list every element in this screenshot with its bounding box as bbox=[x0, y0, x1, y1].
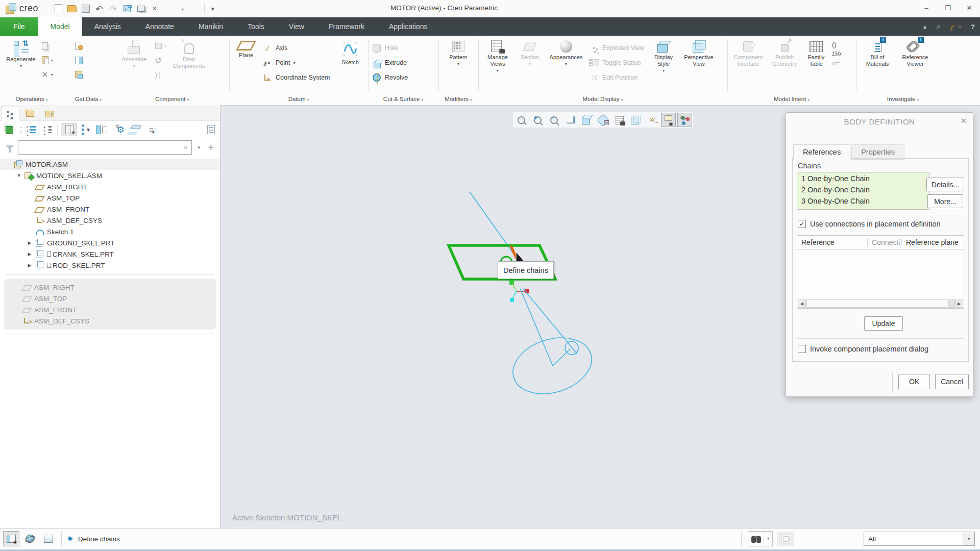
tree-row[interactable]: ASM_TOP bbox=[0, 192, 220, 204]
tree-item-label: Sketch 1 bbox=[47, 228, 74, 236]
reference-table-header: Reference Connecti Reference plane bbox=[797, 236, 964, 249]
filter-funnel-icon[interactable] bbox=[4, 141, 15, 154]
tree-select-icon[interactable] bbox=[145, 123, 157, 136]
ghost-item-label: ASM_FRONT bbox=[34, 306, 77, 314]
invoke-placement-checkbox[interactable] bbox=[798, 345, 806, 353]
repaint-icon[interactable] bbox=[563, 113, 578, 127]
horizontal-scrollbar[interactable]: ◀ ▶ bbox=[798, 299, 963, 308]
tree-search-input[interactable] bbox=[18, 142, 180, 153]
dialog-close-icon[interactable]: ✕ bbox=[960, 116, 967, 126]
tree-filters-icon[interactable] bbox=[80, 123, 92, 136]
details-button[interactable]: Details... bbox=[926, 178, 964, 191]
tree-row[interactable]: ▼ MOTION_SKEL.ASM bbox=[0, 170, 220, 181]
ghost-row[interactable]: ASM_RIGHT bbox=[4, 282, 216, 293]
col-reference-plane[interactable]: Reference plane bbox=[902, 238, 964, 246]
use-connections-checkbox[interactable]: ✓ bbox=[798, 220, 806, 228]
display-style-icon[interactable] bbox=[579, 113, 594, 127]
tab-references[interactable]: References bbox=[793, 144, 850, 160]
col-reference[interactable]: Reference bbox=[797, 238, 868, 246]
col-connection[interactable]: Connecti bbox=[868, 238, 902, 246]
add-filter-icon[interactable]: + bbox=[206, 142, 216, 154]
part-icon bbox=[35, 239, 44, 247]
tree-item-label: MOTOR.ASM bbox=[26, 161, 68, 168]
chains-list: 1 One-by-One Chain2 One-by-One Chain3 On… bbox=[797, 172, 929, 210]
body-marker-icon bbox=[47, 252, 51, 257]
tree-row[interactable]: ▶ ROD_SKEL.PRT bbox=[0, 260, 220, 271]
column-display-icon[interactable] bbox=[95, 123, 108, 136]
ghost-row[interactable]: ASM_TOP bbox=[4, 293, 216, 304]
in-graphics-toolbar bbox=[513, 112, 693, 128]
expand-levels-icon[interactable] bbox=[27, 123, 39, 136]
overflow-dots-icon[interactable] bbox=[18, 123, 23, 136]
scrollbar-thumb[interactable] bbox=[806, 299, 947, 308]
chain-item[interactable]: 3 One-by-One Chain bbox=[797, 195, 929, 207]
button-divider bbox=[892, 372, 893, 392]
folder-browser-tab[interactable] bbox=[21, 107, 39, 121]
tab-properties[interactable]: Properties bbox=[851, 144, 904, 160]
body-marker-icon bbox=[47, 263, 51, 268]
clear-search-icon[interactable]: × bbox=[180, 143, 191, 152]
scroll-left-icon[interactable]: ◀ bbox=[798, 299, 806, 308]
settings-gear-icon[interactable] bbox=[114, 123, 127, 136]
scroll-right-icon[interactable]: ▶ bbox=[955, 299, 963, 308]
tree-options-icon[interactable] bbox=[205, 123, 217, 136]
tree-columns-icon[interactable] bbox=[61, 123, 77, 136]
favorites-icon bbox=[43, 108, 56, 120]
collapse-levels-icon[interactable] bbox=[42, 123, 54, 136]
chain-item[interactable]: 1 One-by-One Chain bbox=[797, 173, 929, 184]
tree-row[interactable]: ASM_FRONT bbox=[0, 204, 220, 215]
tree-item-label: ASM_RIGHT bbox=[47, 183, 87, 191]
chain-item[interactable]: 2 One-by-One Chain bbox=[797, 184, 929, 195]
part-icon bbox=[35, 250, 44, 258]
find-caret-icon[interactable]: ▾ bbox=[764, 532, 772, 546]
find-binoculars-icon[interactable] bbox=[748, 532, 764, 545]
update-button[interactable]: Update bbox=[864, 316, 903, 331]
annotation-display-icon[interactable] bbox=[661, 113, 676, 127]
datum-plane-icon bbox=[35, 205, 44, 213]
favorites-tab[interactable] bbox=[41, 107, 58, 121]
use-connections-row: ✓ Use connections in placement definitio… bbox=[798, 220, 941, 228]
tree-toolbar bbox=[0, 121, 220, 138]
layers-icon[interactable] bbox=[130, 123, 142, 136]
ghost-row[interactable]: ASM_FRONT bbox=[4, 304, 216, 315]
cancel-button[interactable]: Cancel bbox=[935, 374, 969, 389]
tree-row[interactable]: ▶ CRANK_SKEL.PRT bbox=[0, 248, 220, 260]
dialog-tabs: References Properties bbox=[793, 144, 905, 160]
placement-folder: ASM_RIGHT ASM_TOP ASM_FRONT A bbox=[4, 279, 216, 330]
saved-orientations-icon[interactable] bbox=[596, 113, 610, 127]
toggle-navigator-icon[interactable] bbox=[3, 531, 19, 546]
zoom-out-icon[interactable] bbox=[547, 113, 561, 127]
model-tree-tab[interactable] bbox=[1, 107, 19, 121]
tree-row[interactable]: MOTOR.ASM bbox=[0, 159, 220, 170]
invoke-row: Invoke component placement dialog bbox=[798, 345, 928, 353]
select-box-icon[interactable] bbox=[777, 532, 794, 546]
section-divider bbox=[797, 338, 964, 339]
spin-center-icon[interactable] bbox=[677, 113, 692, 127]
tree-row[interactable]: Sketch 1 bbox=[0, 226, 220, 237]
active-model-icon[interactable] bbox=[3, 123, 15, 136]
perspective-icon[interactable] bbox=[628, 113, 643, 127]
ghost-item-label: ASM_DEF_CSYS bbox=[34, 317, 89, 325]
status-bar: Define chains ▾ All ▾ bbox=[0, 528, 980, 551]
datum-plane-icon bbox=[35, 194, 44, 202]
tree-row[interactable]: ASM_DEF_CSYS bbox=[0, 215, 220, 226]
datum-display-icon[interactable] bbox=[645, 113, 659, 127]
selection-filter-caret-icon[interactable]: ▾ bbox=[963, 532, 974, 545]
navigator-panel: × ▾ + MOTOR.ASM bbox=[0, 105, 220, 528]
zoom-fit-icon[interactable] bbox=[514, 113, 529, 127]
tree-item-label: ASM_FRONT bbox=[47, 206, 89, 213]
part-icon bbox=[35, 261, 44, 269]
search-options-caret-icon[interactable]: ▾ bbox=[194, 141, 203, 154]
more-button[interactable]: More... bbox=[927, 194, 963, 208]
full-screen-icon[interactable] bbox=[41, 532, 56, 546]
tree-row[interactable]: ASM_RIGHT bbox=[0, 181, 220, 192]
zoom-in-icon[interactable] bbox=[530, 113, 545, 127]
web-browser-icon[interactable] bbox=[22, 532, 38, 546]
selection-filter[interactable]: All ▾ bbox=[864, 532, 975, 546]
tree-row[interactable]: ▶ GROUND_SKEL.PRT bbox=[0, 237, 220, 248]
view-manager-icon[interactable] bbox=[612, 113, 627, 127]
use-connections-label: Use connections in placement definition bbox=[810, 220, 941, 228]
tree-separator bbox=[5, 274, 215, 274]
ghost-row[interactable]: ASM_DEF_CSYS bbox=[4, 315, 216, 327]
ok-button[interactable]: OK bbox=[898, 374, 930, 389]
